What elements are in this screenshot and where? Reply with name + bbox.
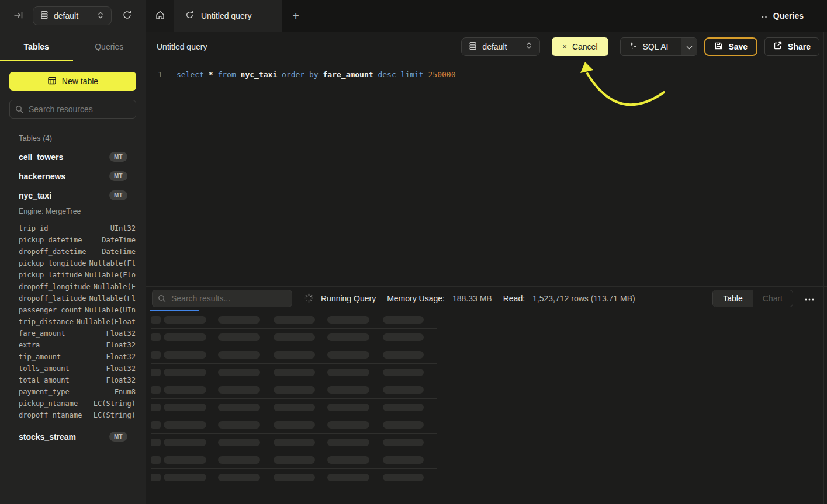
sidebar-item-stocks-stream[interactable]: stocks_stream MT (0, 427, 146, 446)
sql-token: from (217, 70, 240, 79)
new-table-button[interactable]: New table (9, 72, 136, 91)
skeleton-cell (327, 316, 369, 324)
table-engine-label: Engine: MergeTree (19, 207, 146, 215)
spinner-icon (304, 293, 314, 303)
sidebar-tabs: Tables Queries (0, 32, 146, 61)
sidebar-tab-tables[interactable]: Tables (0, 32, 73, 61)
cancel-label: Cancel (572, 42, 598, 51)
column-type: Nullable(Flo (85, 269, 136, 281)
results-search (152, 290, 292, 307)
column-row: pickup_datetimeDateTime (19, 234, 136, 246)
database-icon (40, 11, 49, 21)
skeleton-cell (383, 333, 424, 341)
skeleton-cell (327, 474, 369, 481)
search-resources-input[interactable] (9, 100, 136, 119)
tab-label: Untitled query (201, 11, 251, 20)
column-row: trip_distanceNullable(Float (19, 316, 136, 328)
sidebar-item-cell-towers[interactable]: cell_towers MT (0, 147, 146, 166)
more-options-button[interactable] (802, 291, 816, 305)
skeleton-cell (383, 456, 424, 464)
skeleton-cell (218, 456, 260, 464)
column-name: extra (19, 339, 40, 351)
skeleton-cell (164, 386, 206, 394)
skeleton-cell (274, 439, 315, 446)
query-database-selector[interactable]: default (461, 37, 540, 56)
sql-editor[interactable]: 1 select * from nyc_taxi order by fare_a… (146, 61, 827, 286)
share-icon (773, 41, 783, 52)
new-tab-button[interactable]: + (282, 0, 309, 32)
sidebar-tab-queries[interactable]: Queries (73, 32, 146, 61)
sql-ai-button[interactable]: SQL AI (620, 37, 698, 56)
engine-badge: MT (109, 190, 127, 200)
column-name: pickup_ntaname (19, 398, 78, 409)
table-name: nyc_taxi (19, 191, 51, 200)
table-row (151, 381, 437, 399)
chevron-updown-icon (525, 41, 532, 51)
sidebar-item-nyc-taxi[interactable]: nyc_taxi MT (0, 186, 146, 205)
sidebar-search (9, 100, 136, 119)
skeleton-cell (164, 369, 206, 376)
skeleton-cell (151, 404, 161, 411)
column-name: dropoff_latitude (19, 293, 86, 304)
collapse-sidebar-button[interactable] (12, 9, 26, 23)
toggle-chart[interactable]: Chart (753, 290, 793, 307)
table-row (151, 469, 437, 486)
sql-ai-main[interactable]: SQL AI (621, 38, 676, 55)
skeleton-cell (274, 474, 315, 481)
column-name: dropoff_longitude (19, 281, 91, 293)
skeleton-cell (151, 316, 161, 324)
save-icon (714, 41, 723, 52)
column-type: Enum8 (115, 386, 136, 398)
database-selector[interactable]: default (33, 6, 112, 25)
skeleton-cell (383, 316, 424, 324)
tab-untitled-query[interactable]: Untitled query (174, 0, 282, 32)
query-status: Running Query (321, 294, 376, 303)
table-grid-icon (47, 76, 57, 87)
queries-link[interactable]: Queries (762, 0, 804, 32)
column-type: DateTime (102, 234, 136, 246)
skeleton-cell (327, 369, 369, 376)
cancel-button[interactable]: × Cancel (552, 37, 608, 56)
skeleton-cell (327, 351, 369, 359)
sql-token: nyc_taxi (241, 70, 282, 79)
table-row (151, 399, 437, 416)
share-label: Share (788, 42, 811, 51)
memory-usage-value: 188.33 MB (452, 294, 492, 303)
sql-token: limit (401, 70, 428, 79)
skeleton-cell (383, 369, 424, 376)
column-name: pickup_datetime (19, 234, 82, 246)
refresh-icon (122, 10, 132, 22)
table-row (151, 434, 437, 451)
sql-ai-label: SQL AI (643, 42, 669, 51)
share-button[interactable]: Share (764, 37, 819, 56)
sidebar-item-hackernews[interactable]: hackernews MT (0, 166, 146, 186)
queries-link-label: Queries (773, 11, 804, 20)
save-button[interactable]: Save (704, 37, 757, 56)
sql-token: * (209, 70, 218, 79)
results-skeleton (146, 310, 827, 486)
toggle-table[interactable]: Table (713, 290, 752, 307)
home-button[interactable] (146, 0, 174, 32)
column-type: Nullable(Float (77, 316, 136, 328)
column-type: LC(String) (94, 409, 136, 421)
sql-line: 1 select * from nyc_taxi order by fare_a… (146, 61, 827, 81)
skeleton-cell (327, 333, 369, 341)
sql-token: desc (378, 70, 400, 79)
column-row: total_amountFloat32 (19, 374, 136, 386)
sql-ai-dropdown[interactable] (681, 38, 697, 55)
sql-token: fare_amount (323, 70, 378, 79)
ellipsis-icon (805, 294, 814, 303)
column-type: Nullable(Fl (89, 258, 136, 269)
column-row: tip_amountFloat32 (19, 351, 136, 363)
sql-token: order (282, 70, 309, 79)
skeleton-cell (164, 456, 206, 464)
skeleton-cell (327, 456, 369, 464)
refresh-button[interactable] (119, 8, 135, 24)
search-results-input[interactable] (152, 290, 292, 307)
skeleton-cell (218, 439, 260, 446)
column-row: pickup_longitudeNullable(Fl (19, 258, 136, 269)
column-type: UInt32 (110, 223, 136, 234)
skeleton-cell (151, 456, 161, 464)
skeleton-cell (383, 421, 424, 429)
engine-badge: MT (109, 171, 127, 181)
